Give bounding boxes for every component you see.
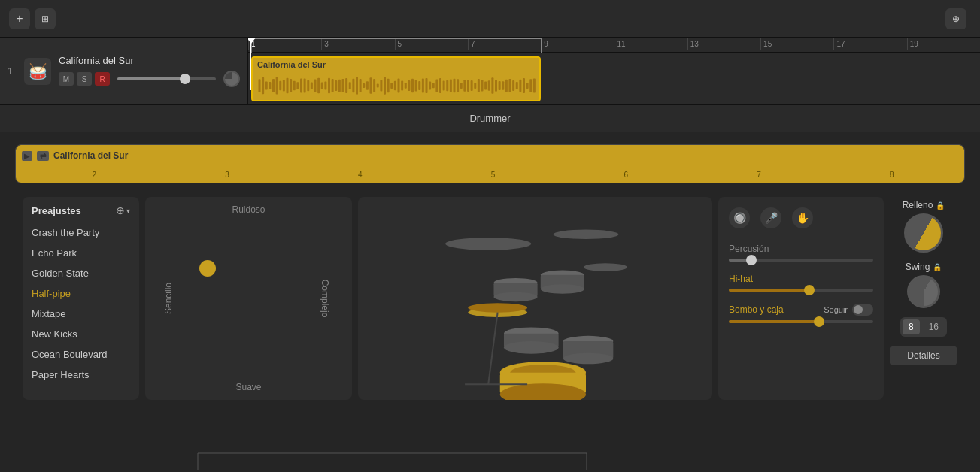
- svg-rect-63: [478, 79, 480, 92]
- add-region-button[interactable]: ⊕: [945, 8, 966, 29]
- waveform: // Generate waveform bars inline via JS …: [253, 71, 539, 100]
- svg-line-101: [488, 313, 497, 385]
- svg-rect-53: [443, 81, 445, 91]
- tambourine-icon-btn[interactable]: 🔘: [729, 207, 750, 228]
- svg-rect-42: [405, 83, 407, 89]
- svg-rect-39: [394, 81, 396, 91]
- drr-mark-8: 8: [825, 171, 958, 179]
- xy-label-complex: Complejo: [320, 280, 331, 318]
- xy-pad-labels: Ruidoso Suave Sencillo Complejo: [145, 197, 352, 400]
- ruler-mark-1: 1: [248, 38, 321, 50]
- xy-position-dot[interactable]: [199, 260, 216, 277]
- svg-point-93: [493, 292, 537, 301]
- svg-rect-75: [519, 80, 521, 92]
- add-track-button[interactable]: +: [9, 8, 30, 29]
- track-header: 1 🥁 California del Sur M S R: [0, 38, 248, 104]
- svg-rect-41: [401, 80, 403, 90]
- svg-rect-62: [474, 83, 476, 89]
- presets-menu-button[interactable]: ⊕ ▾: [116, 204, 130, 216]
- drr-mark-3: 3: [161, 171, 294, 179]
- drr-mark-2: 2: [28, 171, 161, 179]
- svg-rect-46: [418, 81, 420, 90]
- group-button[interactable]: ⊞: [35, 8, 56, 29]
- svg-rect-8: [287, 78, 289, 94]
- svg-rect-76: [523, 78, 525, 93]
- relleno-lock-icon[interactable]: 🔒: [936, 201, 945, 210]
- svg-rect-10: [293, 81, 296, 91]
- drum-track-icon: 🥁: [24, 58, 51, 85]
- svg-rect-16: [314, 80, 317, 92]
- percussion-label: Percusión: [729, 244, 873, 254]
- preset-mixtape[interactable]: Mixtape: [23, 304, 139, 324]
- svg-rect-59: [463, 80, 466, 92]
- svg-rect-38: [390, 83, 393, 89]
- record-button[interactable]: R: [95, 72, 110, 86]
- svg-rect-24: [342, 79, 344, 92]
- seguir-switch[interactable]: [852, 304, 873, 316]
- presets-title: Preajustes: [32, 205, 81, 216]
- relleno-panel: Relleno 🔒 Swing 🔒 8 16 D: [890, 197, 957, 400]
- svg-rect-70: [502, 81, 504, 90]
- ruler-mark-15: 15: [760, 38, 833, 50]
- drum-kit-panel: [358, 197, 712, 400]
- swing-lock-icon[interactable]: 🔒: [933, 263, 942, 271]
- preset-paper-hearts[interactable]: Paper Hearts: [23, 365, 139, 385]
- svg-rect-73: [512, 80, 514, 91]
- beat-16-button[interactable]: 16: [923, 319, 945, 334]
- svg-rect-11: [296, 82, 299, 89]
- svg-point-84: [468, 303, 527, 312]
- volume-slider[interactable]: [117, 77, 216, 80]
- svg-point-90: [563, 353, 613, 365]
- svg-rect-71: [505, 80, 508, 92]
- hihat-control: Hi-hat: [729, 274, 873, 292]
- svg-rect-65: [484, 82, 487, 90]
- svg-rect-30: [363, 83, 365, 88]
- track-controls: M S R: [59, 71, 240, 87]
- seguir-toggle: Seguir: [824, 304, 873, 316]
- region-label: California del Sur: [253, 58, 539, 71]
- ruler-mark-5: 5: [395, 38, 468, 50]
- track-number: 1: [8, 66, 17, 77]
- loop-icon: ⇌: [37, 151, 49, 161]
- mute-button[interactable]: M: [59, 72, 74, 86]
- preset-golden-state[interactable]: Golden State: [23, 263, 139, 283]
- relleno-label: Relleno 🔒: [903, 200, 945, 210]
- beat-8-button[interactable]: 8: [903, 319, 920, 334]
- presets-header: Preajustes ⊕ ▾: [23, 204, 139, 222]
- svg-point-82: [584, 263, 627, 271]
- percussion-slider[interactable]: [729, 259, 873, 262]
- mic-icon-btn[interactable]: 🎤: [760, 207, 781, 228]
- ruler-marks: 1 3 5 7 9 11 13 15 17 19: [248, 38, 980, 52]
- details-button[interactable]: Detalles: [890, 346, 957, 365]
- audio-region[interactable]: California del Sur // Generate waveform …: [251, 56, 541, 101]
- svg-rect-67: [491, 77, 493, 94]
- hihat-slider[interactable]: [729, 289, 873, 292]
- bombo-slider[interactable]: [729, 320, 873, 323]
- preset-new-kicks[interactable]: New Kicks: [23, 324, 139, 344]
- svg-rect-37: [387, 79, 390, 92]
- svg-rect-64: [481, 80, 484, 91]
- bombo-control: Bombo y caja Seguir: [729, 304, 873, 323]
- xy-pad[interactable]: Ruidoso Suave Sencillo Complejo: [145, 197, 352, 400]
- svg-rect-34: [377, 83, 379, 87]
- track-area: 1 🥁 California del Sur M S R 1: [0, 38, 980, 105]
- svg-point-87: [504, 341, 559, 354]
- preset-crash-the-party[interactable]: Crash the Party: [23, 222, 139, 243]
- ruler-mark-7: 7: [468, 38, 541, 50]
- drummer-region-bar[interactable]: ▶ ⇌ California del Sur: [16, 145, 964, 166]
- svg-rect-28: [356, 77, 358, 95]
- drummer-header: Drummer: [0, 105, 980, 132]
- solo-button[interactable]: S: [77, 72, 92, 86]
- drummer-region-ruler: 2 3 4 5 6 7 8: [16, 166, 964, 183]
- pan-knob[interactable]: [223, 71, 240, 87]
- swing-knob[interactable]: [907, 275, 940, 308]
- relleno-knob[interactable]: [904, 213, 943, 253]
- svg-rect-32: [370, 77, 372, 93]
- svg-rect-18: [321, 82, 323, 89]
- hand-icon-btn[interactable]: ✋: [792, 207, 813, 228]
- drr-mark-7: 7: [693, 171, 826, 179]
- preset-half-pipe[interactable]: Half-pipe: [23, 283, 139, 304]
- preset-echo-park[interactable]: Echo Park: [23, 243, 139, 263]
- preset-ocean-boulevard[interactable]: Ocean Boulevard: [23, 344, 139, 365]
- svg-rect-50: [432, 83, 435, 88]
